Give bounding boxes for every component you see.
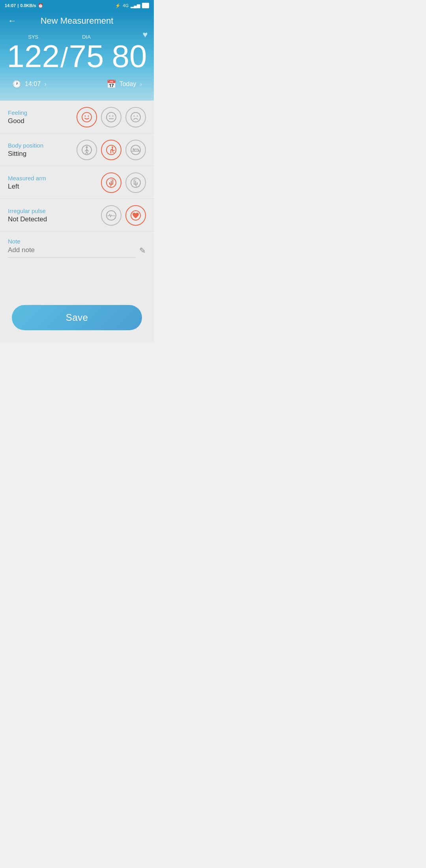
status-network: | xyxy=(17,3,19,8)
svg-point-1 xyxy=(85,116,86,117)
body-position-value: Sitting xyxy=(8,150,43,158)
svg-point-7 xyxy=(131,112,140,122)
feeling-sad-icon[interactable] xyxy=(125,107,146,127)
back-button[interactable]: ← xyxy=(8,16,17,26)
dia-label: DIA xyxy=(82,34,91,40)
measured-arm-text: Measured arm Left xyxy=(8,175,46,191)
sys-block: SYS 122 xyxy=(7,34,60,72)
alarm-icon: ⏰ xyxy=(38,3,43,8)
status-right: ⚡ 4G ▂▄▆ 71 xyxy=(115,3,149,8)
save-button[interactable]: Save xyxy=(12,305,142,330)
feeling-text: Feeling Good xyxy=(8,109,27,125)
feeling-value: Good xyxy=(8,117,27,125)
measured-arm-icons xyxy=(101,172,146,193)
irregular-pulse-value: Not Detected xyxy=(8,215,47,223)
bp-reading: SYS 122 / DIA 75 ♥ 80 xyxy=(8,34,146,72)
svg-point-2 xyxy=(88,116,89,117)
svg-point-25 xyxy=(135,179,136,180)
heart-icon: ♥ xyxy=(142,30,148,40)
edit-icon[interactable]: ✎ xyxy=(139,246,146,255)
dia-value: 75 xyxy=(69,41,104,72)
feeling-icons xyxy=(77,107,146,127)
dia-block: DIA 75 xyxy=(69,34,104,72)
note-input[interactable] xyxy=(8,246,135,258)
feeling-neutral-icon[interactable] xyxy=(101,107,121,127)
note-section: Note ✎ xyxy=(0,232,154,258)
irregular-pulse-text: Irregular pulse Not Detected xyxy=(8,208,47,223)
measured-arm-value: Left xyxy=(8,183,46,191)
date-chevron: › xyxy=(140,81,142,87)
header-top: ← New Measurement xyxy=(8,16,146,26)
measured-arm-row: Measured arm Left xyxy=(0,166,154,199)
time-chevron: › xyxy=(45,81,47,87)
feeling-label: Feeling xyxy=(8,109,27,116)
bp-slash: / xyxy=(60,44,69,72)
irregular-pulse-row: Irregular pulse Not Detected xyxy=(0,199,154,232)
left-arm-icon[interactable] xyxy=(101,172,121,193)
pulse-not-detected-icon[interactable] xyxy=(125,205,146,226)
svg-point-9 xyxy=(137,116,138,117)
irregular-pulse-label: Irregular pulse xyxy=(8,208,47,214)
time-item[interactable]: 🕐 14:07 › xyxy=(12,79,47,89)
clock-icon: 🕐 xyxy=(12,79,22,89)
sys-label: SYS xyxy=(28,34,38,40)
pulse-value: 80 xyxy=(112,41,147,72)
svg-point-18 xyxy=(112,146,113,148)
status-left: 14:07 | 0.0KB/s ⏰ xyxy=(5,3,43,8)
calendar-icon: 📅 xyxy=(106,79,116,89)
status-bar: 14:07 | 0.0KB/s ⏰ ⚡ 4G ▂▄▆ 71 xyxy=(0,0,154,11)
lying-icon[interactable] xyxy=(125,140,146,160)
content: Feeling Good xyxy=(0,101,154,342)
status-speed: 0.0KB/s xyxy=(20,3,36,8)
svg-point-23 xyxy=(111,179,112,180)
svg-point-5 xyxy=(112,116,114,117)
body-position-label: Body position xyxy=(8,142,43,149)
svg-point-3 xyxy=(106,112,116,122)
header: ← New Measurement SYS 122 / DIA 75 ♥ 80 … xyxy=(0,11,154,101)
irregular-pulse-icons xyxy=(101,205,146,226)
feeling-row: Feeling Good xyxy=(0,101,154,133)
bluetooth-icon: ⚡ xyxy=(115,3,121,8)
network-type: 4G xyxy=(123,3,129,8)
measurement-date: Today xyxy=(120,80,136,88)
pulse-block: ♥ 80 xyxy=(112,41,147,72)
right-arm-icon[interactable] xyxy=(125,172,146,193)
body-position-row: Body position Sitting xyxy=(0,133,154,166)
svg-line-16 xyxy=(87,152,88,154)
note-label: Note xyxy=(8,238,135,245)
time-date-row: 🕐 14:07 › 📅 Today › xyxy=(8,79,146,89)
battery-icon: 71 xyxy=(142,3,149,8)
sys-value: 122 xyxy=(7,41,60,72)
signal-icon: ▂▄▆ xyxy=(131,3,140,8)
measured-arm-label: Measured arm xyxy=(8,175,46,181)
note-row: Note ✎ xyxy=(8,238,146,258)
save-area: Save xyxy=(0,289,154,342)
measurement-time: 14:07 xyxy=(25,80,41,88)
note-input-area: Note xyxy=(8,238,135,258)
spacer xyxy=(0,258,154,289)
page-title: New Measurement xyxy=(41,16,114,26)
sitting-icon[interactable] xyxy=(101,140,121,160)
svg-point-11 xyxy=(86,146,88,148)
pulse-detected-icon[interactable] xyxy=(101,205,121,226)
svg-point-0 xyxy=(82,112,92,122)
bp-main: SYS 122 / DIA 75 ♥ 80 xyxy=(7,34,147,72)
standing-icon[interactable] xyxy=(77,140,97,160)
date-item[interactable]: 📅 Today › xyxy=(106,79,142,89)
status-time: 14:07 xyxy=(5,3,16,8)
feeling-good-icon[interactable] xyxy=(77,107,97,127)
body-position-icons xyxy=(77,140,146,160)
body-position-text: Body position Sitting xyxy=(8,142,43,158)
svg-point-4 xyxy=(109,116,110,117)
svg-point-8 xyxy=(134,116,135,117)
